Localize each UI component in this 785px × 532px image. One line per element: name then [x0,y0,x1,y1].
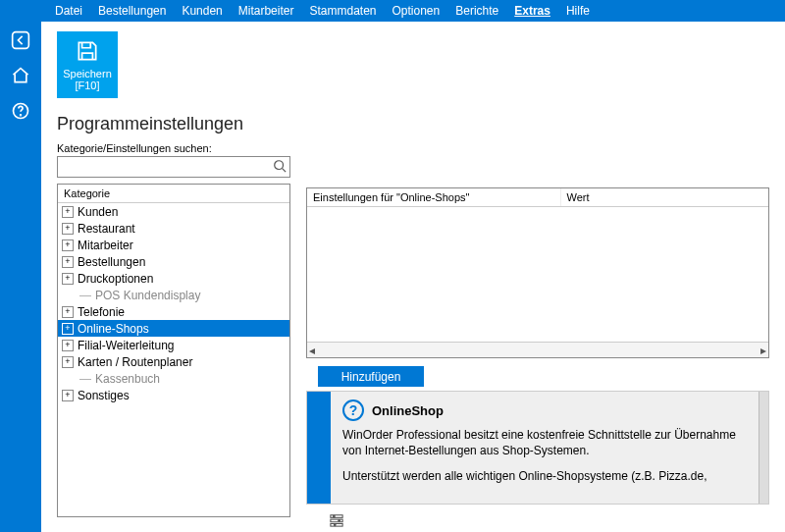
leaf-icon: — [79,289,91,302]
tree-item-label: Restaurant [78,222,135,236]
menu-stammdaten[interactable]: Stammdaten [309,4,376,18]
info-text: WinOrder Professional besitzt eine koste… [342,427,747,485]
menu-berichte[interactable]: Berichte [455,4,498,18]
expand-icon[interactable]: + [62,323,74,335]
back-icon[interactable] [10,29,31,51]
tree-item-pos-kundendisplay[interactable]: —POS Kundendisplay [58,287,289,303]
tree-header: Kategorie [58,185,289,203]
tree-item-kunden[interactable]: +Kunden [58,203,289,220]
leaf-icon: — [79,372,91,386]
scroll-left-icon[interactable]: ◂ [309,344,315,357]
tree-item-label: Sonstiges [78,389,130,402]
tree-item-label: Druckoptionen [78,272,153,286]
menu-mitarbeiter[interactable]: Mitarbeiter [238,4,294,18]
menu-kunden[interactable]: Kunden [182,4,222,18]
scroll-right-icon[interactable]: ▸ [760,344,766,357]
page-title: Programmeinstellungen [57,114,769,134]
tree-item-kassenbuch[interactable]: —Kassenbuch [58,370,289,387]
expand-icon[interactable]: + [62,356,74,368]
svg-point-8 [339,520,340,522]
tree-item-online-shops[interactable]: +Online-Shops [58,320,289,337]
add-button[interactable]: Hinzufügen [318,366,424,387]
tree-item-karten-routenplaner[interactable]: +Karten / Routenplaner [58,353,289,370]
tree-item-label: Filial-Weiterleitung [78,339,174,352]
menu-extras[interactable]: Extras [514,4,550,18]
tree-item-label: Mitarbeiter [78,239,133,252]
svg-rect-5 [331,519,342,522]
expand-icon[interactable]: + [62,256,74,268]
info-panel: ? OnlineShop WinOrder Professional besit… [306,391,769,505]
search-input[interactable] [57,156,290,178]
tree-item-druckoptionen[interactable]: +Druckoptionen [58,270,289,287]
grid-col-settings: Einstellungen für "Online-Shops" [307,188,561,206]
tree-item-label: Online-Shops [78,322,149,336]
expand-icon[interactable]: + [62,340,74,351]
tree-item-label: Bestellungen [78,255,145,269]
question-icon: ? [342,399,364,421]
save-label: Speichern [63,68,112,80]
settings-grid: Einstellungen für "Online-Shops" Wert ◂ … [306,187,769,358]
home-icon[interactable] [10,65,31,86]
save-icon [75,38,100,64]
tree-item-label: Telefonie [78,305,125,319]
expand-icon[interactable]: + [62,223,74,235]
settings-toggle-icon[interactable] [330,513,343,530]
grid-scrollbar[interactable]: ◂ ▸ [307,342,768,357]
tree-item-filial-weiterleitung[interactable]: +Filial-Weiterleitung [58,337,289,353]
tree-item-label: POS Kundendisplay [95,289,200,302]
grid-col-value: Wert [561,188,769,206]
grid-body [307,207,768,342]
save-shortcut: [F10] [75,80,99,91]
tree-item-label: Karten / Routenplaner [78,355,192,369]
info-title: OnlineShop [372,403,444,418]
tree-item-telefonie[interactable]: +Telefonie [58,303,289,320]
info-scrollbar[interactable] [759,392,768,504]
svg-rect-0 [13,32,29,49]
tree-item-label: Kassenbuch [95,372,160,386]
menu-hilfe[interactable]: Hilfe [566,4,590,18]
tree-item-label: Kunden [78,205,118,219]
tree-item-restaurant[interactable]: +Restaurant [58,220,289,237]
expand-icon[interactable]: + [62,390,74,401]
svg-point-7 [334,515,336,517]
menu-bestellungen[interactable]: Bestellungen [98,4,166,18]
expand-icon[interactable]: + [62,306,74,318]
info-accent-bar [307,392,331,504]
svg-rect-4 [331,515,342,518]
expand-icon[interactable]: + [62,239,74,251]
category-tree[interactable]: Kategorie +Kunden+Restaurant+Mitarbeiter… [57,184,290,517]
tree-item-sonstiges[interactable]: +Sonstiges [58,387,289,403]
save-button[interactable]: Speichern [F10] [57,31,118,98]
tree-item-bestellungen[interactable]: +Bestellungen [58,253,289,270]
help-icon[interactable] [10,100,31,122]
menu-datei[interactable]: Datei [55,4,82,18]
tree-item-mitarbeiter[interactable]: +Mitarbeiter [58,237,289,253]
search-label: Kategorie/Einstellungen suchen: [57,142,769,154]
svg-point-2 [21,115,22,116]
menubar: DateiBestellungenKundenMitarbeiterStammd… [41,0,785,22]
expand-icon[interactable]: + [62,206,74,218]
svg-rect-6 [331,524,342,527]
svg-point-9 [334,524,336,526]
left-rail [0,0,41,532]
menu-optionen[interactable]: Optionen [392,4,441,18]
expand-icon[interactable]: + [62,273,74,285]
